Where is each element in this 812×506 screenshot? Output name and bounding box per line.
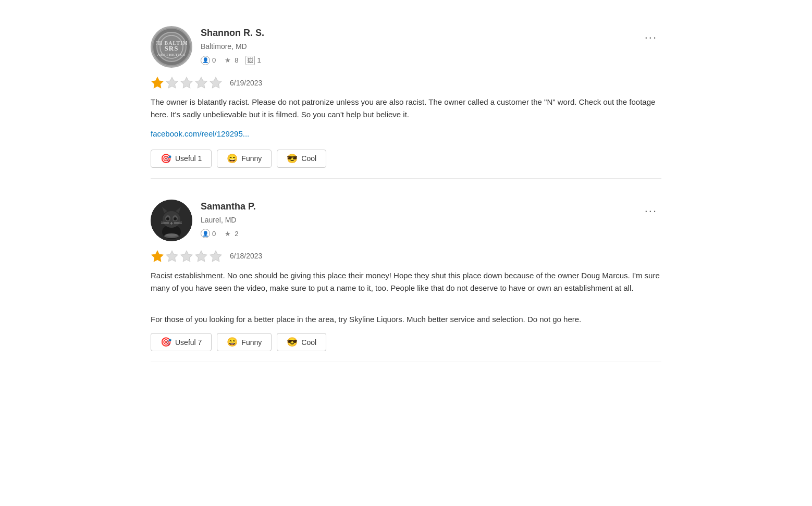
reviewer-stats-2: 👤 0 ★ 2	[201, 229, 661, 239]
svg-point-17	[166, 217, 169, 220]
friends-count-1: 0	[212, 55, 216, 66]
review-text-2a: Racist establishment. No one should be g…	[151, 269, 661, 294]
useful-icon-1: 🎯	[161, 154, 171, 163]
svg-marker-5	[152, 77, 163, 88]
svg-point-18	[174, 217, 177, 220]
useful-button-2[interactable]: 🎯 Useful 7	[151, 333, 212, 351]
svg-marker-8	[195, 77, 207, 88]
star-1-1	[151, 76, 164, 90]
cool-icon-1: 😎	[287, 154, 298, 163]
reviews-stat-1: ★ 8	[223, 55, 238, 66]
svg-marker-27	[166, 251, 178, 262]
star-2-5	[209, 250, 223, 263]
more-options-icon-2: ...	[645, 202, 657, 215]
review-date-2: 6/18/2023	[230, 251, 262, 262]
review-text-2b: For those of you looking for a better pl…	[151, 313, 661, 326]
review-text-1: The owner is blatantly racist. Please do…	[151, 96, 661, 121]
star-2-4	[194, 250, 208, 263]
reviewer-name-2: Samantha P.	[201, 200, 661, 214]
cool-label-1: Cool	[301, 154, 316, 163]
avatar-svg-2	[151, 200, 192, 241]
funny-icon-1: 😄	[227, 154, 238, 163]
page-wrapper: ... SOUTH BALTIMORE SRS AESTHETICS	[0, 0, 812, 506]
photos-count-1: 1	[257, 55, 261, 66]
avatar-1: SOUTH BALTIMORE SRS AESTHETICS	[151, 26, 192, 68]
funny-button-2[interactable]: 😄 Funny	[217, 333, 272, 351]
useful-icon-2: 🎯	[161, 338, 171, 347]
funny-button-1[interactable]: 😄 Funny	[217, 150, 272, 168]
reaction-buttons-1: 🎯 Useful 1 😄 Funny 😎 Cool	[151, 150, 661, 168]
star-rating-1	[151, 76, 223, 90]
star-2-1	[151, 250, 164, 263]
svg-marker-26	[152, 251, 163, 262]
review-block-1: ... SOUTH BALTIMORE SRS AESTHETICS	[151, 10, 661, 179]
avatar-initials-1: SOUTH BALTIMORE SRS AESTHETICS	[152, 28, 191, 66]
avatar-svg-1: SOUTH BALTIMORE SRS AESTHETICS	[156, 31, 187, 63]
svg-marker-29	[195, 251, 207, 262]
friends-count-2: 0	[212, 229, 216, 239]
funny-label-2: Funny	[241, 338, 262, 347]
reviews-stat-2: ★ 2	[223, 229, 238, 239]
svg-marker-28	[181, 251, 192, 262]
review-date-1: 6/19/2023	[230, 78, 262, 89]
more-options-icon-1: ...	[645, 28, 657, 41]
svg-marker-7	[181, 77, 192, 88]
reviewer-info-2: Samantha P. Laurel, MD 👤 0 ★ 2	[201, 200, 661, 239]
reviewer-stats-1: 👤 0 ★ 8 🖼 1	[201, 55, 661, 66]
funny-label-1: Funny	[241, 154, 262, 163]
review-block-2: ...	[151, 184, 661, 363]
friends-icon-2: 👤	[201, 229, 210, 238]
reviewer-location-2: Laurel, MD	[201, 215, 661, 226]
useful-button-1[interactable]: 🎯 Useful 1	[151, 150, 212, 168]
friends-stat-2: 👤 0	[201, 229, 216, 239]
reviews-count-1: 8	[235, 55, 238, 66]
review-container: ... SOUTH BALTIMORE SRS AESTHETICS	[119, 10, 693, 362]
star-1-2	[165, 76, 179, 90]
reviewer-name-1: Shannon R. S.	[201, 26, 661, 40]
reviewer-info-1: Shannon R. S. Baltimore, MD 👤 0 ★ 8 🖼	[201, 26, 661, 66]
reviewer-header-1: SOUTH BALTIMORE SRS AESTHETICS Shannon R…	[151, 26, 661, 68]
review-meta-2: 6/18/2023	[151, 250, 661, 263]
svg-text:AESTHETICS: AESTHETICS	[157, 53, 186, 57]
cool-button-1[interactable]: 😎 Cool	[277, 150, 326, 168]
cool-icon-2: 😎	[287, 338, 298, 347]
photos-stat-1: 🖼 1	[245, 55, 261, 66]
reviews-icon-2: ★	[223, 229, 232, 238]
svg-point-12	[163, 211, 180, 228]
more-options-button-1[interactable]: ...	[641, 26, 661, 44]
friends-stat-1: 👤 0	[201, 55, 216, 66]
reviewer-header-2: Samantha P. Laurel, MD 👤 0 ★ 2	[151, 200, 661, 241]
reviews-count-2: 2	[235, 229, 238, 239]
star-rating-2	[151, 250, 223, 263]
useful-label-1: Useful 1	[175, 154, 202, 163]
svg-marker-30	[210, 251, 222, 262]
svg-marker-6	[166, 77, 178, 88]
cool-label-2: Cool	[301, 338, 316, 347]
svg-text:SRS: SRS	[165, 44, 179, 52]
cool-button-2[interactable]: 😎 Cool	[277, 333, 326, 351]
funny-icon-2: 😄	[227, 338, 238, 347]
star-2-2	[165, 250, 179, 263]
avatar-2	[151, 200, 192, 241]
friends-icon-1: 👤	[201, 56, 210, 65]
reviews-icon-1: ★	[223, 56, 232, 65]
star-1-4	[194, 76, 208, 90]
svg-point-25	[165, 233, 178, 237]
review-link-1[interactable]: facebook.com/reel/129295...	[151, 128, 661, 140]
star-1-3	[180, 76, 193, 90]
review-meta-1: 6/19/2023	[151, 76, 661, 90]
more-options-button-2[interactable]: ...	[641, 200, 661, 217]
svg-marker-9	[210, 77, 222, 88]
photos-icon-1: 🖼	[245, 56, 255, 65]
reviewer-location-1: Baltimore, MD	[201, 41, 661, 52]
star-1-5	[209, 76, 223, 90]
useful-label-2: Useful 7	[175, 338, 202, 347]
star-2-3	[180, 250, 193, 263]
reaction-buttons-2: 🎯 Useful 7 😄 Funny 😎 Cool	[151, 333, 661, 351]
